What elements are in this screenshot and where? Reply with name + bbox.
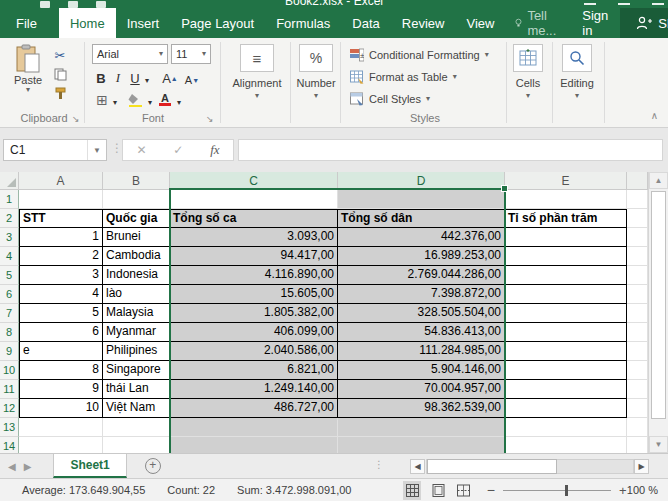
cell-D12[interactable]: 98.362.539,00 bbox=[338, 399, 505, 418]
cell-C1[interactable] bbox=[170, 190, 338, 209]
vertical-scrollbar[interactable]: ▲ ▼ bbox=[648, 172, 668, 453]
cell-A4[interactable]: 2 bbox=[19, 247, 103, 266]
cell-F7[interactable] bbox=[627, 304, 648, 323]
tab-home[interactable]: Home bbox=[59, 8, 116, 38]
italic-button[interactable]: I bbox=[112, 69, 124, 87]
cell-E14[interactable] bbox=[505, 437, 627, 453]
cell-F8[interactable] bbox=[627, 323, 648, 342]
cell-A14[interactable] bbox=[19, 437, 103, 453]
cell-D10[interactable]: 5.904.146,00 bbox=[338, 361, 505, 380]
cell-B9[interactable]: Philipines bbox=[103, 342, 170, 361]
column-header-partial[interactable] bbox=[627, 172, 648, 190]
cell-A2[interactable]: STT bbox=[19, 209, 103, 228]
font-color-caret-icon[interactable]: ▾ bbox=[174, 94, 184, 112]
cell-D7[interactable]: 328.505.504,00 bbox=[338, 304, 505, 323]
cell-F12[interactable] bbox=[627, 399, 648, 418]
cell-C9[interactable]: 2.040.586,00 bbox=[170, 342, 338, 361]
cell-F10[interactable] bbox=[627, 361, 648, 380]
cell-D8[interactable]: 54.836.413,00 bbox=[338, 323, 505, 342]
cell-E1[interactable] bbox=[505, 190, 627, 209]
cell-A10[interactable]: 8 bbox=[19, 361, 103, 380]
cell-C11[interactable]: 1.249.140,00 bbox=[170, 380, 338, 399]
maximize-icon[interactable] bbox=[618, 3, 630, 5]
minimize-icon[interactable] bbox=[584, 3, 596, 5]
paste-button[interactable]: Paste ▾ bbox=[8, 44, 48, 94]
cell-E4[interactable] bbox=[505, 247, 627, 266]
cell-E8[interactable] bbox=[505, 323, 627, 342]
cell-D1[interactable] bbox=[338, 190, 505, 209]
sign-in-button[interactable]: Sign in bbox=[570, 8, 620, 38]
cell-B6[interactable]: lào bbox=[103, 285, 170, 304]
vertical-scroll-thumb[interactable] bbox=[651, 191, 666, 419]
cut-icon[interactable]: ✂ bbox=[50, 46, 70, 64]
zoom-slider[interactable] bbox=[503, 490, 611, 491]
sheet-nav-prev-icon[interactable]: ◀ bbox=[0, 454, 24, 478]
cell-A12[interactable]: 10 bbox=[19, 399, 103, 418]
scroll-down-icon[interactable]: ▼ bbox=[649, 436, 668, 453]
row-header-13[interactable]: 13 bbox=[0, 418, 19, 437]
tab-view[interactable]: View bbox=[455, 8, 505, 38]
cell-B3[interactable]: Brunei bbox=[103, 228, 170, 247]
close-icon[interactable] bbox=[652, 3, 664, 5]
insert-function-icon[interactable]: fx bbox=[210, 142, 219, 158]
cell-A6[interactable]: 4 bbox=[19, 285, 103, 304]
row-header-10[interactable]: 10 bbox=[0, 361, 19, 380]
row-header-7[interactable]: 7 bbox=[0, 304, 19, 323]
font-color-button[interactable]: A bbox=[158, 90, 172, 108]
cells-button[interactable]: Cells ▾ bbox=[510, 44, 546, 100]
column-header-B[interactable]: B bbox=[103, 172, 170, 190]
cell-A8[interactable]: 6 bbox=[19, 323, 103, 342]
scroll-up-icon[interactable]: ▲ bbox=[649, 172, 668, 189]
tabbar-splitter[interactable]: ⋮ bbox=[374, 459, 385, 470]
cell-C3[interactable]: 3.093,00 bbox=[170, 228, 338, 247]
format-as-table-button[interactable]: Format as Table ▾ bbox=[350, 68, 457, 86]
zoom-in-icon[interactable]: + bbox=[619, 483, 627, 498]
shrink-font-button[interactable]: A▼ bbox=[184, 71, 200, 89]
cell-F2[interactable] bbox=[627, 209, 648, 228]
row-header-14[interactable]: 14 bbox=[0, 437, 19, 453]
cell-E6[interactable] bbox=[505, 285, 627, 304]
cell-E7[interactable] bbox=[505, 304, 627, 323]
font-name-select[interactable]: Arial ▾ bbox=[92, 44, 168, 64]
cell-B12[interactable]: Việt Nam bbox=[103, 399, 170, 418]
cell-C4[interactable]: 94.417,00 bbox=[170, 247, 338, 266]
cell-D3[interactable]: 442.376,00 bbox=[338, 228, 505, 247]
normal-view-button[interactable] bbox=[403, 481, 421, 500]
cell-E9[interactable] bbox=[505, 342, 627, 361]
cell-A11[interactable]: 9 bbox=[19, 380, 103, 399]
cell-F5[interactable] bbox=[627, 266, 648, 285]
horizontal-scroll-thumb[interactable] bbox=[427, 459, 557, 474]
column-header-D[interactable]: D bbox=[338, 172, 505, 190]
cell-B1[interactable] bbox=[103, 190, 170, 209]
cell-B13[interactable] bbox=[103, 418, 170, 437]
clipboard-dialog-launcher-icon[interactable]: ↘ bbox=[72, 114, 80, 124]
cell-F9[interactable] bbox=[627, 342, 648, 361]
cell-C14[interactable] bbox=[170, 437, 338, 453]
format-painter-icon[interactable] bbox=[50, 84, 70, 102]
cell-F6[interactable] bbox=[627, 285, 648, 304]
cell-E12[interactable] bbox=[505, 399, 627, 418]
fill-color-button[interactable] bbox=[126, 91, 144, 109]
cell-E2[interactable]: Tỉ số phần trăm bbox=[505, 209, 627, 228]
cell-D11[interactable]: 70.004.957,00 bbox=[338, 380, 505, 399]
font-size-select[interactable]: 11 ▾ bbox=[171, 44, 211, 64]
enter-formula-icon[interactable]: ✓ bbox=[173, 143, 183, 157]
undo-icon[interactable] bbox=[68, 1, 78, 8]
editing-button[interactable]: Editing ▾ bbox=[556, 44, 598, 100]
cancel-formula-icon[interactable]: ✕ bbox=[136, 143, 146, 157]
row-header-12[interactable]: 12 bbox=[0, 399, 19, 418]
tab-formulas[interactable]: Formulas bbox=[265, 8, 341, 38]
cell-styles-button[interactable]: Cell Styles ▾ bbox=[350, 90, 430, 108]
cell-F14[interactable] bbox=[627, 437, 648, 453]
cell-D5[interactable]: 2.769.044.286,00 bbox=[338, 266, 505, 285]
cell-A9[interactable]: e bbox=[19, 342, 103, 361]
cell-B8[interactable]: Myanmar bbox=[103, 323, 170, 342]
cell-F1[interactable] bbox=[627, 190, 648, 209]
save-icon[interactable] bbox=[40, 1, 50, 8]
row-header-8[interactable]: 8 bbox=[0, 323, 19, 342]
page-break-view-button[interactable] bbox=[455, 481, 473, 500]
row-header-11[interactable]: 11 bbox=[0, 380, 19, 399]
collapse-ribbon-icon[interactable]: ∧ bbox=[651, 110, 658, 121]
select-all-corner[interactable] bbox=[0, 172, 19, 190]
alignment-button[interactable]: ≡ Alignment ▾ bbox=[228, 44, 286, 100]
